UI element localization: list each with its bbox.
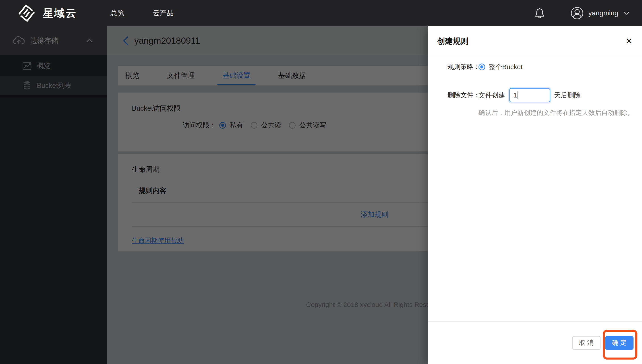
create-rule-drawer: 创建规则 ✕ 规则策略： 整个Bucket 删除文件： 文件创建 1 天后删除 … — [428, 26, 642, 364]
username[interactable]: yangming — [588, 9, 618, 17]
bell-icon[interactable] — [535, 8, 544, 18]
days-input-value: 1 — [513, 92, 517, 99]
nav-item-overview[interactable]: 总览 — [110, 8, 124, 18]
drawer-header: 创建规则 ✕ — [428, 26, 642, 56]
top-navbar: 星域云 总览 云产品 yangming — [0, 0, 642, 26]
delete-rule-hint: 确认后，用户新创建的文件将在指定天数后自动删除。 — [478, 108, 634, 117]
avatar-icon[interactable] — [570, 7, 584, 20]
file-created-text: 文件创建 — [478, 91, 505, 100]
rule-policy-label: 规则策略： — [448, 62, 478, 71]
radio-whole-bucket-label[interactable]: 整个Bucket — [489, 62, 523, 72]
text-caret — [518, 92, 518, 99]
delete-file-row: 删除文件： 文件创建 1 天后删除 — [428, 88, 581, 102]
brand-logo-icon — [14, 4, 39, 23]
brand-name: 星域云 — [43, 6, 77, 20]
brand[interactable]: 星域云 — [14, 4, 77, 23]
drawer-footer: 取 消 确 定 — [428, 321, 642, 364]
app-window: 星域云 总览 云产品 yangming — [0, 0, 642, 364]
confirm-button[interactable]: 确 定 — [605, 336, 634, 350]
nav-item-cloud-products[interactable]: 云产品 — [153, 8, 174, 18]
rule-policy-row: 规则策略： 整个Bucket — [428, 62, 523, 72]
navbar-right: yangming — [535, 0, 630, 26]
days-after-delete-text: 天后删除 — [554, 91, 581, 100]
primary-nav: 总览 云产品 — [110, 8, 174, 18]
days-input[interactable]: 1 — [509, 88, 550, 102]
cancel-button[interactable]: 取 消 — [572, 336, 600, 350]
radio-whole-bucket[interactable] — [478, 64, 485, 70]
delete-file-label: 删除文件： — [448, 91, 478, 100]
drawer-title: 创建规则 — [437, 36, 468, 46]
close-icon[interactable]: ✕ — [622, 34, 636, 48]
chevron-down-icon[interactable] — [624, 12, 630, 15]
